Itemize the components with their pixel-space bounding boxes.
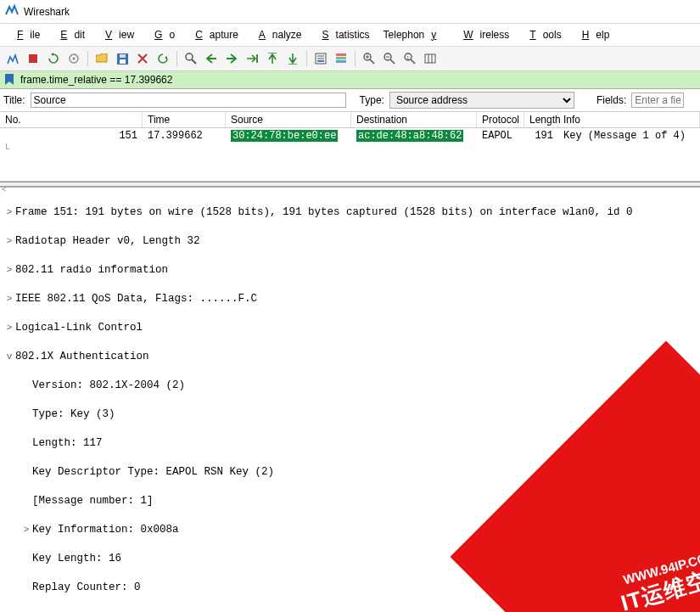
- tree-type[interactable]: Type: Key (3): [32, 407, 115, 422]
- go-last-button[interactable]: [283, 49, 302, 68]
- svg-rect-28: [425, 54, 435, 63]
- cell-source: 30:24:78:be:e0:ee: [226, 129, 351, 143]
- tree-radiotap[interactable]: Radiotap Header v0, Length 32: [15, 234, 200, 249]
- packet-row[interactable]: 151 17.399662 30:24:78:be:e0:ee ac:de:48…: [0, 128, 700, 143]
- menu-view[interactable]: View: [92, 25, 141, 44]
- column-info[interactable]: Info: [558, 112, 700, 127]
- auto-scroll-button[interactable]: [311, 49, 330, 68]
- menu-telephony[interactable]: Telephony: [377, 25, 451, 44]
- type-label: Type:: [360, 94, 384, 106]
- go-first-button[interactable]: [263, 49, 282, 68]
- display-filter-input[interactable]: [17, 72, 698, 87]
- restart-capture-button[interactable]: [44, 49, 63, 68]
- packet-details-pane[interactable]: >Frame 151: 191 bytes on wire (1528 bits…: [0, 187, 700, 594]
- find-packet-button[interactable]: [182, 49, 200, 68]
- open-file-button[interactable]: [92, 49, 111, 68]
- main-toolbar: 1: [0, 47, 700, 71]
- display-filter-bar: [0, 71, 700, 89]
- svg-point-2: [73, 58, 76, 60]
- go-forward-button[interactable]: [222, 49, 241, 68]
- svg-rect-17: [336, 60, 346, 63]
- zoom-out-button[interactable]: [380, 49, 399, 68]
- title-input[interactable]: [31, 93, 346, 108]
- tree-kdt[interactable]: Key Descriptor Type: EAPOL RSN Key (2): [32, 465, 274, 480]
- column-destination[interactable]: Destination: [351, 112, 477, 127]
- title-bar: Wireshark: [0, 0, 700, 24]
- menu-bar: File Edit View Go Capture Analyze Statis…: [0, 24, 700, 47]
- start-capture-button[interactable]: [3, 49, 22, 68]
- tree-llc[interactable]: Logical-Link Control: [15, 321, 143, 335]
- tree-qos[interactable]: IEEE 802.11 QoS Data, Flags: ......F.C: [15, 292, 257, 306]
- cell-length: 191: [524, 129, 558, 143]
- resize-columns-button[interactable]: [421, 49, 440, 68]
- svg-rect-5: [120, 54, 126, 58]
- tree-msgnum[interactable]: [Message number: 1]: [32, 494, 154, 508]
- cell-no: 151: [0, 129, 143, 143]
- column-time[interactable]: Time: [143, 112, 226, 127]
- save-file-button[interactable]: [113, 49, 132, 68]
- packet-list-pane[interactable]: No. Time Source Destination Protocol Len…: [0, 112, 700, 182]
- type-select[interactable]: Source address: [389, 92, 574, 109]
- svg-rect-0: [29, 54, 37, 63]
- go-to-packet-button[interactable]: [243, 49, 261, 68]
- packet-list-header[interactable]: No. Time Source Destination Protocol Len…: [0, 112, 700, 128]
- cell-protocol: EAPOL: [477, 129, 524, 143]
- expand-icon[interactable]: >: [20, 523, 32, 537]
- fields-input[interactable]: [631, 93, 684, 108]
- tree-replay[interactable]: Replay Counter: 0: [32, 581, 141, 594]
- svg-line-7: [192, 59, 196, 64]
- chevron-left-icon: <: [0, 185, 6, 194]
- tree-version[interactable]: Version: 802.1X-2004 (2): [32, 379, 185, 393]
- fields-label: Fields:: [596, 94, 626, 106]
- menu-capture[interactable]: Capture: [182, 25, 245, 44]
- svg-line-19: [370, 59, 374, 64]
- tree-auth[interactable]: 802.1X Authentication: [15, 350, 149, 364]
- menu-tools[interactable]: Tools: [516, 25, 568, 44]
- wireshark-logo-icon: [5, 3, 19, 20]
- menu-go[interactable]: Go: [141, 25, 182, 44]
- window-title: Wireshark: [24, 6, 70, 18]
- column-length[interactable]: Length: [524, 112, 558, 127]
- svg-rect-4: [120, 59, 126, 64]
- expand-icon[interactable]: >: [3, 234, 15, 249]
- colorize-button[interactable]: [332, 49, 350, 68]
- tree-radio[interactable]: 802.11 radio information: [15, 263, 168, 278]
- title-label: Title:: [3, 94, 25, 106]
- menu-wireless[interactable]: Wireless: [450, 25, 516, 44]
- menu-file[interactable]: File: [3, 25, 47, 44]
- menu-analyze[interactable]: Analyze: [245, 25, 309, 44]
- capture-options-button[interactable]: [64, 49, 83, 68]
- tree-frame[interactable]: Frame 151: 191 bytes on wire (1528 bits)…: [15, 205, 633, 220]
- zoom-reset-button[interactable]: 1: [400, 49, 419, 68]
- tree-length[interactable]: Length: 117: [32, 436, 103, 451]
- go-back-button[interactable]: [202, 49, 221, 68]
- expand-icon[interactable]: >: [3, 263, 15, 278]
- svg-rect-16: [336, 57, 346, 59]
- zoom-in-button[interactable]: [360, 49, 378, 68]
- tree-keylen[interactable]: Key Length: 16: [32, 552, 121, 566]
- column-protocol[interactable]: Protocol: [477, 112, 524, 127]
- stop-capture-button[interactable]: [24, 49, 42, 68]
- column-editor-row: Title: Type: Source address Fields:: [0, 89, 700, 112]
- expand-icon[interactable]: >: [3, 321, 15, 335]
- close-file-button[interactable]: [133, 49, 152, 68]
- menu-statistics[interactable]: Statistics: [309, 25, 377, 44]
- menu-edit[interactable]: Edit: [47, 25, 92, 44]
- tree-keyinfo[interactable]: Key Information: 0x008a: [32, 523, 179, 537]
- reload-button[interactable]: [154, 49, 172, 68]
- svg-rect-15: [336, 53, 346, 56]
- cell-info: Key (Message 1 of 4): [558, 129, 700, 143]
- expand-icon[interactable]: >: [3, 205, 15, 220]
- menu-help[interactable]: Help: [568, 25, 617, 44]
- cell-time: 17.399662: [143, 129, 226, 143]
- svg-line-26: [411, 59, 415, 64]
- svg-point-6: [186, 53, 193, 60]
- column-no[interactable]: No.: [0, 112, 143, 127]
- svg-line-23: [390, 59, 395, 64]
- collapse-icon[interactable]: v: [3, 350, 15, 364]
- cell-destination: ac:de:48:a8:48:62: [351, 129, 477, 143]
- expand-icon[interactable]: >: [3, 292, 15, 306]
- filter-bookmark-icon[interactable]: [2, 74, 17, 86]
- column-source[interactable]: Source: [226, 112, 351, 127]
- packet-row-marker: └: [0, 143, 700, 155]
